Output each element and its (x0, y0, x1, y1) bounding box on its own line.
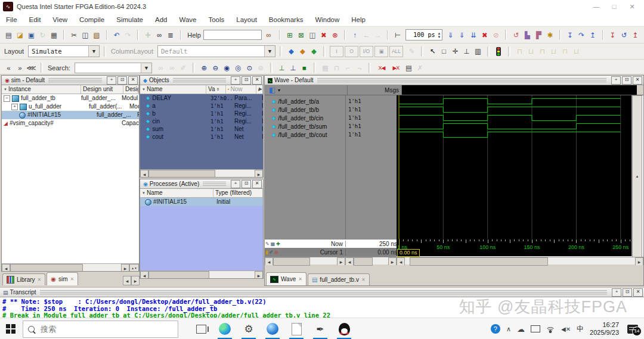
object-row[interactable]: ◆b1'h1Regi...Int (140, 110, 263, 117)
wave-insert-icon[interactable]: ⊓ (515, 46, 525, 56)
tab-scroll-left-icon[interactable]: ◀ (123, 276, 131, 285)
left-tab-library[interactable]: Library✕ (2, 273, 45, 285)
maximize-button[interactable]: □ (605, 3, 623, 11)
panel-grip[interactable] (48, 78, 102, 82)
menu-file[interactable]: File (0, 16, 23, 23)
tab-close-icon[interactable]: ✕ (361, 277, 366, 282)
left-tab-sim[interactable]: ◉sim✕ (47, 272, 78, 285)
paste-icon[interactable]: ▧ (92, 30, 102, 40)
settings-gear-button[interactable]: ⚙ (237, 318, 261, 339)
process-row[interactable]: #INITIAL#15Initial (140, 198, 263, 206)
fold-all-icon[interactable]: ⋘ (26, 63, 36, 73)
expander-icon[interactable]: − (4, 95, 10, 102)
processes-col-0[interactable]: ▼Name (140, 189, 213, 197)
step-into-icon[interactable]: ↧ (565, 30, 575, 40)
qq-button[interactable] (332, 318, 356, 339)
sim-panel-header[interactable]: ◉ sim - Default + ⊡ ✕ (2, 76, 139, 85)
objects-col-more[interactable]: ▶ (256, 85, 263, 94)
wifi-icon[interactable] (546, 325, 555, 332)
objects-col-value[interactable]: Va⇅ (206, 85, 226, 94)
panel-grip[interactable] (173, 78, 226, 82)
tree-row[interactable]: ◢#vsim_capacity#Capac (2, 119, 139, 127)
zoom-out-icon[interactable]: ⊖ (210, 63, 221, 73)
zoom-in-icon[interactable]: ⊕ (199, 63, 209, 73)
find-prev-icon[interactable]: ∞ (167, 63, 177, 73)
panel-undock-button[interactable]: ⊡ (622, 76, 631, 85)
combo-arrow-icon[interactable]: ▼ (88, 46, 99, 57)
cursor-time-box[interactable]: 0.00 ns (397, 249, 420, 257)
panel-close-button[interactable]: ✕ (128, 76, 138, 85)
edit-cursor-icon[interactable]: ⊥ (288, 63, 298, 73)
wave-tab-wave[interactable]: ∿Wave✕ (266, 272, 306, 285)
add-green-icon[interactable]: ✚ (276, 241, 280, 247)
processes-col-1[interactable]: Type (filtered) (213, 189, 263, 197)
prev-transition-icon[interactable]: X◀ (375, 63, 388, 73)
cut-icon[interactable]: ✂ (69, 30, 79, 40)
object-row[interactable]: ◆cin1'h1Regi...Int (140, 117, 263, 125)
sim-col-0[interactable]: ▼Instance (2, 85, 81, 94)
wave-panel-header[interactable]: ∿ Wave - Default + ⊡ ✕ (265, 76, 643, 85)
end-sim-icon[interactable]: ⊗ (330, 30, 340, 40)
help-input[interactable] (203, 30, 262, 40)
tab-scroll-right-icon[interactable]: ▶ (131, 276, 140, 285)
fold-right-icon[interactable]: » (15, 63, 25, 73)
select-mode-icon[interactable]: □ (439, 46, 449, 56)
pointer-icon[interactable]: ↖ (428, 46, 438, 56)
cursor-pair-icon[interactable]: ⊥ (462, 46, 472, 56)
panel-close-button[interactable]: ✕ (633, 288, 643, 297)
sync-cursors-icon[interactable]: ■ (299, 63, 309, 73)
run-continue-icon[interactable]: ⇓ (457, 30, 467, 40)
menu-compile[interactable]: Compile (73, 16, 110, 23)
env-up-icon[interactable]: ↑ (350, 30, 360, 40)
panel-undock-button[interactable]: ⊡ (623, 288, 632, 297)
move-mode-icon[interactable]: ✛ (450, 46, 460, 56)
menu-help[interactable]: Help (345, 16, 371, 23)
tab-close-icon[interactable]: ✕ (38, 277, 42, 282)
corner-b-icon[interactable]: ¬ (354, 63, 364, 73)
panel-grip[interactable] (203, 182, 226, 186)
tree-row[interactable]: +u_full_adderfull_adder(...Modul (2, 102, 139, 111)
minimize-button[interactable]: — (587, 3, 605, 11)
panel-add-button[interactable]: + (107, 76, 116, 85)
menu-simulate[interactable]: Simulate (110, 16, 149, 23)
taskbar-search-input[interactable] (39, 324, 137, 334)
filter-o-button[interactable]: O (345, 46, 358, 57)
env-back-icon[interactable]: ← (361, 30, 371, 40)
combo-arrow-icon[interactable]: ▼ (141, 63, 151, 73)
panel-undock-button[interactable]: ⊡ (117, 76, 127, 85)
search-docs-icon[interactable]: ∞ (264, 30, 274, 40)
compile-icon[interactable]: ⊞ (284, 30, 295, 40)
add-to-dataflow-icon[interactable]: ◆ (309, 46, 319, 56)
panel-undock-button[interactable]: ⊡ (242, 180, 251, 188)
menu-bookmarks[interactable]: Bookmarks (263, 16, 309, 23)
edit-pointer-icon[interactable]: ✎ (265, 241, 270, 247)
scroll-right-icon[interactable]: ▶ (388, 257, 397, 266)
volume-muted-icon[interactable]: ◀✕ (561, 326, 571, 332)
waveform-canvas[interactable] (397, 95, 631, 239)
zoom-range-icon[interactable]: ⊙ (244, 63, 255, 73)
step-out-icon[interactable]: ↥ (588, 30, 598, 40)
ime-indicator[interactable]: 中 (577, 324, 584, 334)
step-out-instance-icon[interactable]: ↥ (630, 30, 640, 40)
next-transition-icon[interactable]: ▶X (389, 63, 402, 73)
panel-close-button[interactable]: ✕ (252, 76, 262, 85)
display-icon[interactable] (531, 325, 540, 332)
scroll-right-icon[interactable]: ▶ (635, 257, 643, 266)
object-row[interactable]: ◆cout1'h1NetInt (140, 133, 263, 141)
add-cursor-icon[interactable]: ⊥ (277, 63, 287, 73)
stop-icon[interactable]: ⊘ (491, 30, 501, 40)
chevron-up-icon[interactable]: ∧ (506, 325, 511, 333)
wrench-icon[interactable]: ✐ (269, 250, 273, 255)
objects-col-now[interactable]: ▪Now (226, 85, 256, 94)
add-to-list-icon[interactable]: ◆ (298, 46, 308, 56)
processes-panel-header[interactable]: ◉ Processes (Active) + ⊡ ✕ (140, 179, 263, 189)
zoom-full-icon[interactable]: ◉ (222, 63, 232, 73)
zoom-cursor-icon[interactable]: ◎ (233, 63, 243, 73)
taskbar-clock[interactable]: 16:27 2025/9/23 (590, 321, 619, 337)
stop-hand-icon[interactable]: ✱ (545, 30, 555, 40)
panel-grip[interactable] (40, 290, 607, 294)
menu-tools[interactable]: Tools (202, 16, 230, 23)
notification-center-icon[interactable]: 14 (627, 325, 638, 334)
help-tray-icon[interactable]: ? (491, 324, 500, 334)
scroll-corner[interactable]: ▲▼ (129, 264, 139, 272)
